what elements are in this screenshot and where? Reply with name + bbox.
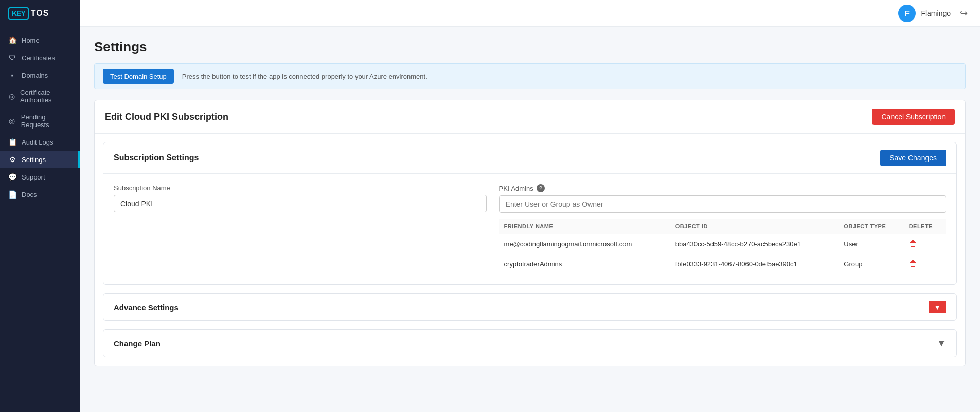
sidebar-label-home: Home [22,37,40,44]
object-id-cell: bba430cc-5d59-48cc-b270-ac5beca230e1 [670,234,839,254]
docs-icon: 📄 [8,190,16,199]
col-delete: DELETE [904,219,946,234]
save-changes-button[interactable]: Save Changes [880,150,946,166]
object-type-cell: User [839,234,903,254]
change-plan-chevron-icon[interactable]: ▼ [937,338,946,349]
cancel-subscription-button[interactable]: Cancel Subscription [872,109,955,125]
pki-admins-label: PKI Admins ? [499,184,946,192]
delete-row-button[interactable]: 🗑 [909,259,917,268]
object-type-cell: Group [839,254,903,274]
change-plan-header: Change Plan ▼ [103,330,956,357]
table-row: me@codingflamingogmail.onmicrosoft.com b… [499,234,946,254]
sidebar-label-certificates: Certificates [22,54,55,62]
subscription-settings-title: Subscription Settings [114,153,199,163]
object-id-cell: fbfe0333-9231-4067-8060-0def5ae390c1 [670,254,839,274]
user-section: F Flamingo ↪ [898,5,968,22]
subscription-name-label: Subscription Name [114,184,487,192]
sidebar-item-certificates[interactable]: 🛡 Certificates [0,49,80,66]
ca-icon: ◎ [8,92,15,100]
sidebar-label-pending: Pending Requests [21,113,72,129]
sidebar-label-docs: Docs [22,191,37,199]
edit-pki-header: Edit Cloud PKI Subscription Cancel Subsc… [95,100,965,134]
sidebar: KEY TOS 🏠 Home 🛡 Certificates ▪ Domains … [0,0,80,412]
friendly-name-cell: me@codingflamingogmail.onmicrosoft.com [499,234,670,254]
sidebar-label-domains: Domains [22,71,48,79]
friendly-name-cell: cryptotraderAdmins [499,254,670,274]
logo: KEY TOS [0,0,80,27]
page-title: Settings [94,39,966,55]
sidebar-item-support[interactable]: 💬 Support [0,168,80,186]
delete-row-button[interactable]: 🗑 [909,239,917,248]
help-icon[interactable]: ? [537,184,545,192]
support-icon: 💬 [8,173,16,181]
domains-icon: ▪ [8,71,16,79]
sidebar-nav: 🏠 Home 🛡 Certificates ▪ Domains ◎ Certif… [0,27,80,412]
delete-cell: 🗑 [904,254,946,274]
sidebar-item-home[interactable]: 🏠 Home [0,31,80,49]
sidebar-label-audit: Audit Logs [22,138,53,146]
sidebar-item-certificate-authorities[interactable]: ◎ Certificate Authorities [0,84,80,109]
sidebar-item-docs[interactable]: 📄 Docs [0,186,80,203]
avatar: F [898,5,916,22]
advance-settings-header: Advance Settings ▼ [103,294,956,320]
page-body: Settings Test Domain Setup Press the but… [80,27,980,412]
test-domain-banner: Test Domain Setup Press the button to te… [94,63,966,89]
subscription-name-input[interactable] [114,195,487,212]
sidebar-item-audit-logs[interactable]: 📋 Audit Logs [0,133,80,151]
subscription-name-section: Subscription Name [114,184,487,274]
edit-pki-title: Edit Cloud PKI Subscription [105,112,228,122]
col-friendly-name: FRIENDLY NAME [499,219,670,234]
sidebar-item-domains[interactable]: ▪ Domains [0,66,80,84]
sidebar-item-pending-requests[interactable]: ◎ Pending Requests [0,109,80,133]
test-domain-button[interactable]: Test Domain Setup [103,69,174,84]
sidebar-label-ca: Certificate Authorities [20,88,72,104]
logout-icon[interactable]: ↪ [960,8,968,19]
pending-icon: ◎ [8,117,16,125]
logo-box: KEY [8,7,29,20]
settings-icon: ⚙ [8,155,16,164]
pki-admins-input[interactable] [499,195,946,213]
sidebar-item-settings[interactable]: ⚙ Settings [0,151,80,168]
sidebar-label-support: Support [22,173,45,181]
delete-cell: 🗑 [904,234,946,254]
subscription-settings-header: Subscription Settings Save Changes [103,142,956,174]
edit-pki-card: Edit Cloud PKI Subscription Cancel Subsc… [94,100,966,366]
home-icon: 🏠 [8,36,16,44]
test-domain-description: Press the button to test if the app is c… [182,73,427,80]
sidebar-label-settings: Settings [22,156,46,164]
pki-admins-section: PKI Admins ? FRIENDLY NAME OBJECT ID OBJ… [499,184,946,274]
change-plan-row: Change Plan ▼ [103,329,957,357]
user-name: Flamingo [921,9,951,17]
change-plan-title: Change Plan [114,339,161,348]
audit-icon: 📋 [8,138,16,146]
advance-settings-row: Advance Settings ▼ [103,293,957,321]
admins-table: FRIENDLY NAME OBJECT ID OBJECT TYPE DELE… [499,219,946,274]
subscription-settings-body: Subscription Name PKI Admins ? [103,174,956,284]
main-content: F Flamingo ↪ Settings Test Domain Setup … [80,0,980,412]
col-object-type: OBJECT TYPE [839,219,903,234]
advance-settings-title: Advance Settings [114,303,179,312]
certificates-icon: 🛡 [8,53,16,62]
logo-text: TOS [31,9,49,18]
chevron-down-icon: ▼ [934,303,941,311]
col-object-id: OBJECT ID [670,219,839,234]
subscription-settings-card: Subscription Settings Save Changes Subsc… [103,142,957,285]
table-row: cryptotraderAdmins fbfe0333-9231-4067-80… [499,254,946,274]
advance-settings-expand-button[interactable]: ▼ [929,301,946,313]
top-header: F Flamingo ↪ [80,0,980,27]
